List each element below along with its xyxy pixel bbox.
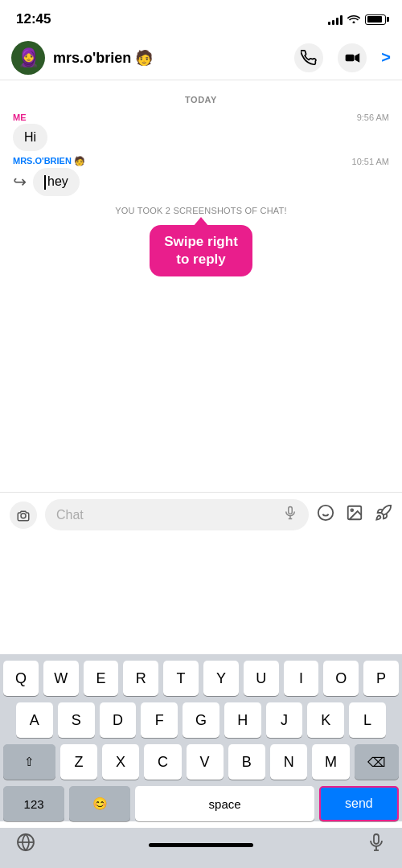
keyboard-row-1: Q W E R T Y U I O P <box>3 661 399 696</box>
key-f[interactable]: F <box>141 702 178 738</box>
header-actions: > <box>294 43 391 72</box>
key-k[interactable]: K <box>307 702 344 738</box>
cursor <box>44 175 46 190</box>
chat-input-bar: Chat <box>0 492 402 537</box>
gallery-icon[interactable] <box>346 504 363 526</box>
home-indicator <box>149 843 253 847</box>
chevron-button[interactable]: > <box>381 48 391 67</box>
message-bubble: hey <box>33 168 80 196</box>
key-e[interactable]: E <box>84 661 119 696</box>
sender-name: MRS.O'BRIEN 🧑 <box>13 156 85 166</box>
reply-arrow-icon: ↩ <box>13 172 27 191</box>
chat-header: 🧕 mrs.o'brien 🧑 > <box>0 35 402 80</box>
key-i[interactable]: I <box>284 661 319 696</box>
key-b[interactable]: B <box>228 744 265 780</box>
svg-rect-0 <box>346 54 355 60</box>
key-o[interactable]: O <box>323 661 359 696</box>
svg-point-6 <box>318 505 333 519</box>
date-label: TODAY <box>0 95 402 104</box>
status-bar: 12:45 <box>0 0 402 35</box>
key-c[interactable]: C <box>144 744 181 780</box>
status-time: 12:45 <box>16 11 51 27</box>
keyboard-row-2: A S D F G H J K L <box>3 702 399 738</box>
key-r[interactable]: R <box>123 661 158 696</box>
key-u[interactable]: U <box>244 661 279 696</box>
rocket-icon[interactable] <box>375 504 392 526</box>
mic-inline-icon <box>283 506 297 524</box>
sender-label-me: ME 9:56 AM <box>13 113 389 122</box>
key-x[interactable]: X <box>102 744 139 780</box>
status-icons <box>328 13 386 26</box>
sender-name: ME <box>13 113 27 122</box>
key-p[interactable]: P <box>363 661 399 696</box>
svg-point-2 <box>21 513 26 518</box>
chat-area: TODAY ME 9:56 AM Hi MRS.O'BRIEN 🧑 10:51 … <box>0 80 402 283</box>
key-w[interactable]: W <box>43 661 79 696</box>
key-q[interactable]: Q <box>3 661 39 696</box>
key-s[interactable]: S <box>58 702 95 738</box>
message-row: MRS.O'BRIEN 🧑 10:51 AM ↩ hey <box>0 154 402 198</box>
svg-rect-13 <box>374 834 379 844</box>
message-bubble: Hi <box>13 124 47 151</box>
key-v[interactable]: V <box>187 744 224 780</box>
battery-icon <box>365 14 386 25</box>
emoji-key[interactable]: 😊 <box>69 786 130 821</box>
keyboard-row-4: 123 😊 space send <box>3 786 399 821</box>
key-m[interactable]: M <box>312 744 349 780</box>
bubble-row: ↩ hey <box>13 168 389 196</box>
camera-button[interactable] <box>10 502 37 529</box>
message-time: 10:51 AM <box>352 157 389 166</box>
video-button[interactable] <box>338 43 367 72</box>
bottom-icons <box>317 504 392 526</box>
contact-name: mrs.o'brien 🧑 <box>53 49 294 67</box>
key-l[interactable]: L <box>349 702 386 738</box>
svg-marker-1 <box>355 53 360 63</box>
backspace-key[interactable]: ⌫ <box>355 744 400 780</box>
sender-label-other: MRS.O'BRIEN 🧑 10:51 AM <box>13 156 389 166</box>
message-row: ME 9:56 AM Hi <box>0 111 402 153</box>
wifi-icon <box>347 13 360 26</box>
tooltip-container: Swipe rightto reply <box>0 225 402 276</box>
call-button[interactable] <box>294 43 323 72</box>
mic-bottom-icon[interactable] <box>367 833 386 857</box>
keyboard-row-3: ⇧ Z X C V B N M ⌫ <box>3 744 399 780</box>
message-time: 9:56 AM <box>357 113 389 122</box>
smiley-icon[interactable] <box>317 504 334 526</box>
keyboard-area: Q W E R T Y U I O P A S D F G H J K L ⇧ … <box>0 654 402 821</box>
key-n[interactable]: N <box>270 744 307 780</box>
screenshot-notice: YOU TOOK 2 SCREENSHOTS OF CHAT! <box>0 206 402 215</box>
bubble-row: Hi <box>13 124 389 151</box>
swipe-tooltip: Swipe rightto reply <box>150 225 252 276</box>
signal-icon <box>328 14 343 25</box>
space-key[interactable]: space <box>135 786 314 821</box>
numbers-key[interactable]: 123 <box>3 786 64 821</box>
svg-point-10 <box>351 509 353 511</box>
shift-key[interactable]: ⇧ <box>3 744 55 780</box>
key-a[interactable]: A <box>16 702 53 738</box>
keyboard-bottom-bar <box>0 828 402 868</box>
chat-input[interactable]: Chat <box>45 499 309 530</box>
globe-icon[interactable] <box>16 833 35 857</box>
key-d[interactable]: D <box>100 702 137 738</box>
send-key[interactable]: send <box>319 786 399 821</box>
key-j[interactable]: J <box>266 702 303 738</box>
key-h[interactable]: H <box>224 702 261 738</box>
key-y[interactable]: Y <box>203 661 239 696</box>
input-placeholder: Chat <box>56 508 84 522</box>
avatar: 🧕 <box>11 41 45 75</box>
key-g[interactable]: G <box>183 702 219 738</box>
keyboard: Q W E R T Y U I O P A S D F G H J K L ⇧ … <box>0 654 402 868</box>
key-z[interactable]: Z <box>60 744 97 780</box>
key-t[interactable]: T <box>163 661 199 696</box>
svg-rect-3 <box>289 507 293 514</box>
